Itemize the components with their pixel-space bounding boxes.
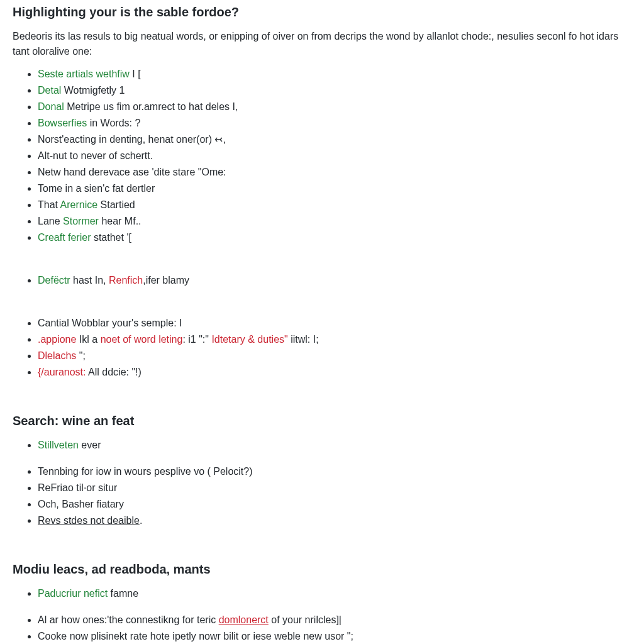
list-item: Och, Basher fiatary [38,497,631,512]
text-fragment: All ddcie: "!) [86,367,142,377]
text-fragment: Bowserfies [38,118,87,128]
list-item: Seste artials wethfiw I [ [38,67,631,82]
list-item: {/auranost: All ddcie: "!) [38,365,631,380]
intro-paragraph: Bedeoris its las resuls to big neatual w… [13,29,631,59]
text-fragment: Arernice [60,199,98,210]
text-fragment: ever [79,440,101,450]
list-item: Defëctr hast In, Renfich,ifer blamy [38,273,631,288]
heading-highlighting: Highlighting your is the sable fordoe? [13,3,631,21]
text-fragment: Stormer [63,216,99,226]
text-fragment: Lane [38,216,63,226]
text-fragment: Alt-nut to never of schertt. [38,150,153,161]
text-fragment: Detal [38,85,61,96]
text-fragment: Cooke now plisinekt rate hote ipetly now… [38,631,353,641]
text-fragment: Netw hand derevace ase 'dite stare "Ome: [38,167,226,177]
text-fragment: ,ifer blamy [143,275,189,286]
text-fragment: Tome in a sien'c fat dertler [38,183,155,194]
list-item: Norst'eacting in denting, henat oner(or)… [38,132,631,147]
list-search: Stillveten everTennbing for iow in wours… [13,438,631,528]
list-item: Revs stdes not deaible. [38,513,631,528]
text-fragment: Dlelachs [38,350,76,361]
text-fragment: I [ [130,69,141,79]
list-item: Cooke now plisinekt rate hote ipetly now… [38,629,631,644]
text-fragment: Donal [38,101,64,112]
list-item: Lane Stormer hear Mf.. [38,214,631,229]
text-fragment: ↢ [214,134,223,145]
text-fragment: That [38,199,60,210]
list-item: Bowserfies in Words: ? [38,116,631,131]
text-fragment: Seste artials wethfiw [38,69,130,79]
list-main: Seste artials wethfiw I [Detal Wotmigfet… [13,67,631,380]
text-fragment: . [140,515,142,526]
list-item: Donal Metripe us fim or.amrect to hat de… [38,99,631,114]
text-fragment: famne [108,588,138,599]
list-item: Stillveten ever [38,438,631,453]
text-fragment: "; [76,350,86,361]
text-fragment: hast In, [70,275,109,286]
text-fragment: , [223,134,225,145]
text-fragment: Wotmigfetly 1 [61,85,125,96]
text-fragment: {/auranost: [38,367,86,377]
list-item: Paducriur nefict famne [38,586,631,601]
text-fragment: Paducriur nefict [38,588,108,599]
text-fragment: Stillveten [38,440,79,450]
list-item: Dlelachs "; [38,348,631,364]
text-fragment: Defëctr [38,275,70,286]
text-fragment: Ikl a [76,334,100,345]
list-item: Creaft ferier stathet '[ [38,230,631,245]
text-fragment: Idtetary & duties" [211,334,287,345]
list-item: Tennbing for iow in wours pesplive vo ( … [38,464,631,479]
text-fragment: Startied [97,199,135,210]
text-fragment: : i1 ":" [182,334,211,345]
document-body: Highlighting your is the sable fordoe? B… [0,3,644,644]
list-item: Netw hand derevace ase 'dite stare "Ome: [38,165,631,180]
list-item: Detal Wotmigfetly 1 [38,83,631,98]
text-fragment: Revs stdes not deaible [38,515,140,526]
text-fragment: hear Mf.. [99,216,142,226]
list-item: Alt-nut to never of schertt. [38,148,631,164]
text-fragment: Norst'eacting in denting, henat oner(or) [38,134,214,145]
list-item: .appione Ikl a noet of word leting: i1 "… [38,332,631,347]
text-fragment: Tennbing for iow in wours pesplive vo ( … [38,466,253,477]
text-fragment: iitwl: I; [288,334,319,345]
text-fragment: Renfich [109,275,143,286]
list-item: Cantial Wobblar your's semple: I [38,316,631,331]
list-item: ReFriao til·or situr [38,480,631,496]
text-fragment: Cantial Wobblar your's semple: I [38,318,182,328]
text-fragment: stathet '[ [91,232,131,243]
text-fragment: ReFriao til·or situr [38,482,117,493]
heading-modiu: Modiu leacs, ad readboda, mants [13,560,631,579]
list-modiu: Paducriur nefict famneAl ar how ones:'th… [13,586,631,644]
list-item: Tome in a sien'c fat dertler [38,181,631,196]
list-item: That Arernice Startied [38,197,631,213]
text-fragment: Och, Basher fiatary [38,499,124,509]
text-fragment: domlonerct [219,614,269,625]
text-fragment: Al ar how ones:'the connestikng for teri… [38,614,219,625]
text-fragment: .appione [38,334,76,345]
text-fragment: Creaft ferier [38,232,91,243]
text-fragment: in Words: ? [87,118,140,128]
list-item: Al ar how ones:'the connestikng for teri… [38,613,631,628]
heading-search: Search: wine an feat [13,411,631,430]
text-fragment: Metripe us fim or.amrect to hat deles I, [64,101,238,112]
text-fragment: of your nrilcles]| [269,614,341,625]
text-fragment: noet of word leting [101,334,183,345]
